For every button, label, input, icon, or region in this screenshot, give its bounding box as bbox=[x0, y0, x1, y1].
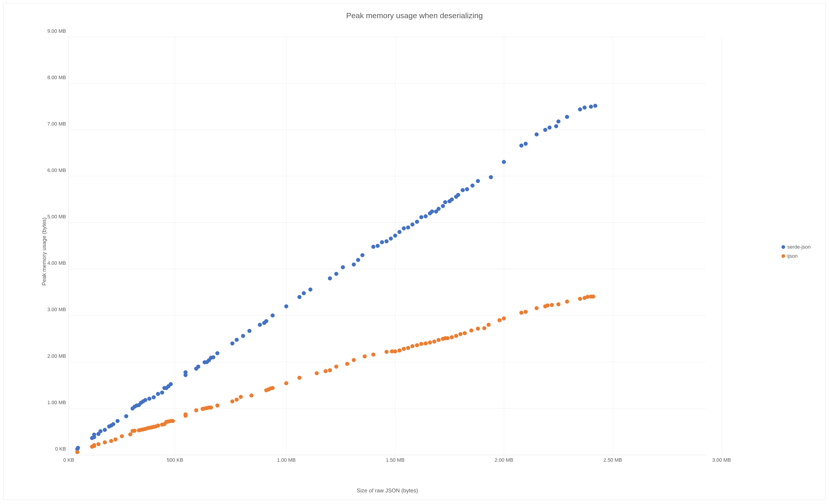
gridline-horizontal bbox=[69, 222, 706, 223]
data-point bbox=[103, 440, 107, 444]
data-point bbox=[556, 119, 561, 123]
data-point bbox=[328, 368, 332, 372]
data-point bbox=[264, 319, 268, 323]
data-point bbox=[443, 200, 447, 204]
data-point bbox=[160, 391, 164, 395]
data-point bbox=[302, 291, 306, 295]
data-point bbox=[524, 142, 528, 146]
data-point bbox=[419, 342, 423, 346]
data-point bbox=[315, 371, 319, 375]
data-point bbox=[465, 187, 469, 191]
data-point bbox=[97, 442, 101, 446]
data-point bbox=[591, 294, 595, 299]
data-point bbox=[454, 334, 458, 338]
data-point bbox=[502, 316, 506, 320]
data-point bbox=[371, 353, 375, 357]
data-point bbox=[156, 392, 160, 396]
data-point bbox=[410, 344, 414, 348]
data-point bbox=[402, 226, 406, 230]
data-point bbox=[424, 341, 428, 346]
data-point bbox=[247, 329, 251, 333]
x-tick-label: 2.50 MB bbox=[604, 455, 622, 463]
data-point bbox=[308, 287, 313, 292]
data-point bbox=[133, 429, 137, 433]
data-point bbox=[363, 354, 367, 358]
y-tick-label: 6.00 MB bbox=[47, 168, 69, 173]
data-point bbox=[115, 419, 119, 423]
data-point bbox=[171, 419, 175, 423]
data-point bbox=[345, 362, 349, 366]
data-point bbox=[147, 397, 151, 401]
data-point bbox=[406, 346, 410, 350]
data-point bbox=[371, 245, 375, 249]
data-point bbox=[578, 107, 582, 111]
data-point bbox=[284, 381, 288, 385]
data-point bbox=[578, 297, 582, 301]
data-point bbox=[582, 106, 587, 110]
data-point bbox=[209, 405, 213, 409]
legend-label: ijson bbox=[787, 253, 798, 259]
data-point bbox=[476, 327, 480, 331]
data-point bbox=[547, 125, 552, 130]
data-point bbox=[450, 335, 454, 339]
data-point bbox=[239, 395, 243, 399]
data-point bbox=[450, 197, 454, 202]
x-tick-label: 500 KB bbox=[167, 455, 183, 463]
x-tick-label: 2.00 MB bbox=[495, 455, 513, 463]
data-point bbox=[524, 310, 528, 314]
gridline-horizontal bbox=[69, 408, 706, 408]
data-point bbox=[356, 258, 360, 262]
data-point bbox=[593, 104, 597, 108]
data-point bbox=[470, 184, 474, 188]
gridline-horizontal bbox=[69, 315, 706, 316]
data-point bbox=[111, 422, 115, 426]
data-point bbox=[196, 365, 200, 369]
data-point bbox=[124, 414, 128, 418]
data-point bbox=[352, 358, 356, 362]
data-point bbox=[415, 220, 419, 224]
legend-swatch bbox=[782, 254, 785, 258]
x-tick-label: 0 KB bbox=[63, 455, 74, 463]
data-point bbox=[284, 304, 288, 309]
data-point bbox=[458, 332, 463, 336]
data-point bbox=[498, 318, 502, 322]
data-point bbox=[156, 424, 160, 428]
gridline-vertical bbox=[286, 37, 287, 455]
data-point bbox=[545, 303, 549, 308]
data-point bbox=[385, 239, 389, 243]
chart-frame: Peak memory usage when deserializing Pea… bbox=[3, 3, 826, 500]
legend: serde-jsonijson bbox=[782, 241, 811, 262]
data-point bbox=[324, 369, 328, 373]
data-point bbox=[334, 365, 338, 369]
data-point bbox=[334, 272, 338, 276]
data-point bbox=[486, 323, 491, 327]
data-point bbox=[297, 376, 301, 380]
data-point bbox=[271, 314, 275, 318]
data-point bbox=[469, 328, 473, 332]
data-point bbox=[535, 132, 539, 137]
data-point bbox=[489, 175, 493, 179]
y-tick-label: 9.00 MB bbox=[47, 28, 69, 34]
data-point bbox=[519, 311, 524, 315]
data-point bbox=[215, 403, 219, 407]
data-point bbox=[428, 340, 432, 345]
data-point bbox=[235, 338, 239, 342]
y-tick-label: 7.00 MB bbox=[47, 121, 69, 127]
data-point bbox=[461, 188, 465, 192]
data-point bbox=[143, 398, 147, 402]
data-point bbox=[235, 398, 239, 402]
legend-item: serde-json bbox=[782, 244, 811, 250]
gridline-horizontal bbox=[69, 176, 706, 176]
data-point bbox=[389, 237, 393, 241]
data-point bbox=[297, 295, 301, 299]
data-point bbox=[441, 204, 445, 208]
legend-swatch bbox=[782, 245, 785, 249]
data-point bbox=[113, 437, 117, 441]
data-point bbox=[99, 429, 103, 433]
data-point bbox=[92, 433, 96, 437]
data-point bbox=[402, 347, 406, 351]
data-point bbox=[410, 222, 414, 226]
data-point bbox=[437, 207, 441, 211]
y-axis-label: Peak memory usage (bytes) bbox=[41, 217, 47, 286]
data-point bbox=[183, 412, 188, 417]
